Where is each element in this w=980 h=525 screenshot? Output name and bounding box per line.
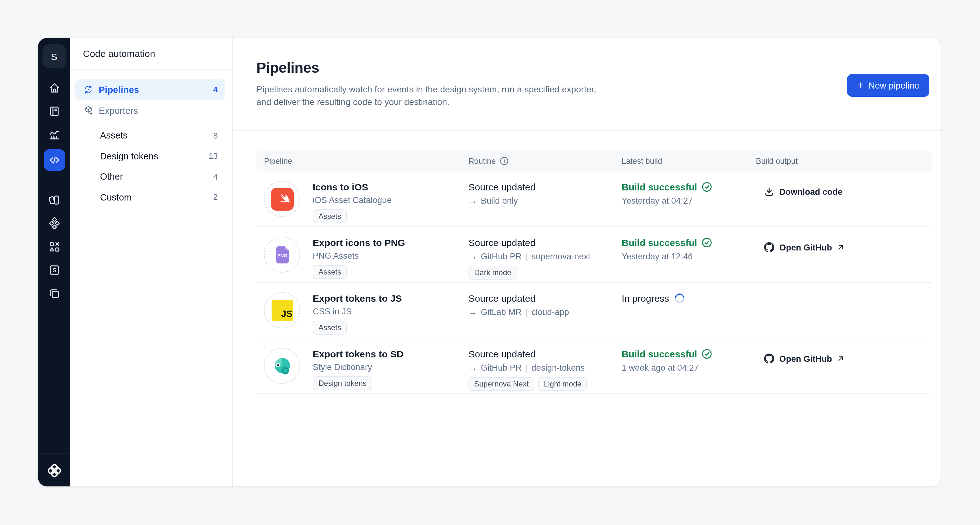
external-link-icon xyxy=(837,244,845,251)
arrow-right-icon: → xyxy=(468,363,477,373)
pipelines-sync-icon xyxy=(83,84,94,95)
new-pipeline-button[interactable]: + New pipeline xyxy=(847,74,929,97)
sidebar-item-assets[interactable]: Assets 8 xyxy=(75,125,225,146)
pipeline-tag: Assets xyxy=(313,321,347,335)
icon-rail: S S xyxy=(38,38,70,487)
svg-text:JS: JS xyxy=(281,308,292,319)
supernova-flower-icon[interactable] xyxy=(38,454,70,487)
table-row[interactable]: PNG Export icons to PNG PNG Assets Asset… xyxy=(256,227,932,283)
exporter-box-icon xyxy=(83,105,94,116)
pipeline-name: Export tokens to JS xyxy=(313,292,402,304)
pipeline-tag: Assets xyxy=(313,209,347,224)
separator: | xyxy=(525,308,528,317)
routine-target: supernova-next xyxy=(531,252,590,261)
sidebar-item-design-tokens[interactable]: Design tokens 13 xyxy=(75,146,225,167)
column-header-build-output: Build output xyxy=(756,157,932,165)
workspace-logo[interactable]: S xyxy=(42,44,66,68)
routine-tag: Light mode xyxy=(538,377,587,391)
pipeline-tag: Design tokens xyxy=(313,376,372,390)
column-header-routine: Routine xyxy=(468,157,496,165)
build-status: Build successful xyxy=(622,236,756,248)
app-screen: S S xyxy=(0,0,980,525)
download-icon xyxy=(764,187,774,197)
arrow-right-icon: → xyxy=(468,308,477,317)
build-status: Build successful xyxy=(622,347,756,359)
separator: | xyxy=(525,252,528,261)
pipeline-avatar xyxy=(264,348,300,384)
docs-icon[interactable] xyxy=(45,103,63,120)
routine-event: Source updated xyxy=(468,180,622,192)
routine-tag: Dark mode xyxy=(468,266,517,280)
pipeline-exporter: Style Dictionary xyxy=(313,362,404,372)
pipeline-exporter: iOS Asset Catalogue xyxy=(313,195,391,205)
routine-event: Source updated xyxy=(468,347,622,359)
components-icon[interactable] xyxy=(45,238,63,255)
page-header: Pipelines Pipelines automatically watch … xyxy=(233,38,941,131)
open-github-link[interactable]: Open GitHub xyxy=(764,242,845,252)
build-time: Yesterday at 12:46 xyxy=(622,252,756,261)
build-status: In progress xyxy=(622,292,756,304)
sidebar-item-count: 4 xyxy=(213,85,218,94)
pipeline-exporter: PNG Assets xyxy=(313,251,405,261)
progress-spinner-icon xyxy=(673,292,686,305)
pipeline-name: Export tokens to SD xyxy=(313,347,404,359)
check-circle-icon xyxy=(702,349,712,359)
routine-target: design-tokens xyxy=(531,363,585,373)
app-window: S S xyxy=(38,38,941,487)
svg-text:S: S xyxy=(52,267,56,274)
table-row[interactable]: Export tokens to SD Style Dictionary Des… xyxy=(256,338,932,394)
duplicate-icon[interactable] xyxy=(45,285,63,302)
column-header-latest-build: Latest build xyxy=(622,157,756,165)
pipeline-avatar: JS xyxy=(264,292,300,328)
build-time: 1 week ago at 04:27 xyxy=(622,363,756,373)
arrow-right-icon: → xyxy=(468,252,477,261)
sidebar-item-label: Exporters xyxy=(99,105,138,116)
build-status: Build successful xyxy=(622,180,756,192)
chameleon-icon xyxy=(270,354,294,378)
github-icon xyxy=(764,354,774,364)
external-link-icon xyxy=(837,355,845,362)
sidebar-item-custom[interactable]: Custom 2 xyxy=(75,187,225,208)
tokens-icon[interactable] xyxy=(45,214,63,232)
code-icon[interactable] xyxy=(43,149,65,171)
svg-text:PNG: PNG xyxy=(277,253,287,258)
js-icon: JS xyxy=(271,300,293,321)
github-icon xyxy=(764,242,774,252)
pipeline-exporter: CSS in JS xyxy=(313,307,402,316)
routine-event: Source updated xyxy=(468,236,622,248)
check-circle-icon xyxy=(702,237,712,248)
routine-target: cloud-app xyxy=(531,308,569,317)
plus-icon: + xyxy=(857,80,864,90)
table-row[interactable]: JS Export tokens to JS CSS in JS Assets … xyxy=(256,283,932,338)
sidenav: Code automation Pipelines 4 Exporters xyxy=(70,38,233,487)
png-file-icon: PNG xyxy=(270,243,293,266)
column-header-pipeline: Pipeline xyxy=(256,157,468,165)
sidebar-item-exporters[interactable]: Exporters xyxy=(75,100,225,121)
pipeline-name: Icons to iOS xyxy=(313,180,391,192)
open-github-link[interactable]: Open GitHub xyxy=(764,354,845,364)
page-description: Pipelines automatically watch for events… xyxy=(256,83,929,108)
routine-method: GitHub PR xyxy=(481,363,522,373)
info-icon[interactable] xyxy=(500,156,509,166)
pipeline-name: Export icons to PNG xyxy=(313,236,405,248)
arrow-right-icon: → xyxy=(468,196,477,206)
swift-icon xyxy=(270,187,293,210)
analytics-icon[interactable] xyxy=(45,126,63,144)
separator: | xyxy=(525,363,528,373)
sidebar-item-label: Pipelines xyxy=(99,84,139,95)
routine-tag: Supernova Next xyxy=(468,377,534,391)
build-time: Yesterday at 04:27 xyxy=(622,196,756,206)
table-row[interactable]: Icons to iOS iOS Asset Catalogue Assets … xyxy=(256,171,932,227)
sidebar-item-pipelines[interactable]: Pipelines 4 xyxy=(75,79,225,100)
sidebar-item-other[interactable]: Other 4 xyxy=(75,167,225,187)
page-title: Pipelines xyxy=(256,59,929,76)
home-icon[interactable] xyxy=(45,79,63,97)
pipeline-avatar: PNG xyxy=(264,236,300,273)
routine-event: Source updated xyxy=(468,292,622,304)
table-header-row: Pipeline Routine Latest build Build outp… xyxy=(256,151,932,171)
storybook-icon[interactable]: S xyxy=(45,261,63,279)
themes-icon[interactable] xyxy=(45,191,63,209)
routine-method: GitHub PR xyxy=(481,252,522,261)
pipeline-avatar xyxy=(264,181,300,217)
download-code-link[interactable]: Download code xyxy=(764,187,843,197)
